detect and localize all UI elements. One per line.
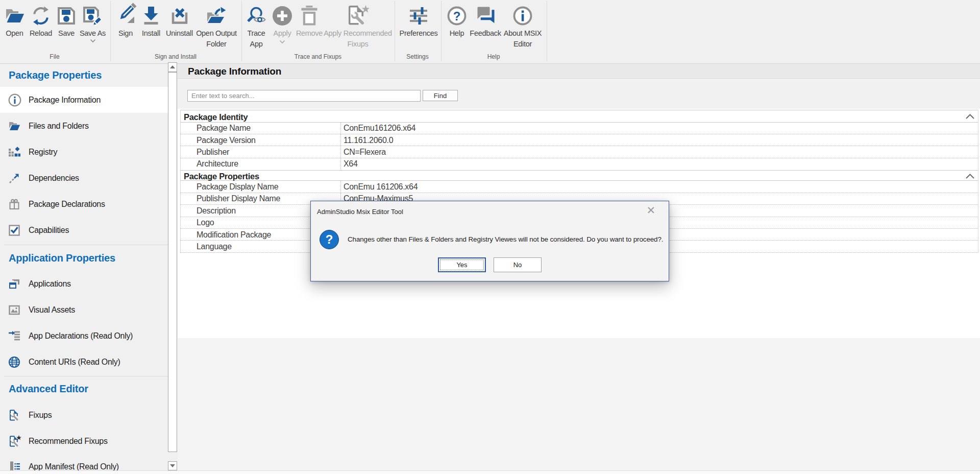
svg-text:?: ?	[453, 9, 461, 23]
